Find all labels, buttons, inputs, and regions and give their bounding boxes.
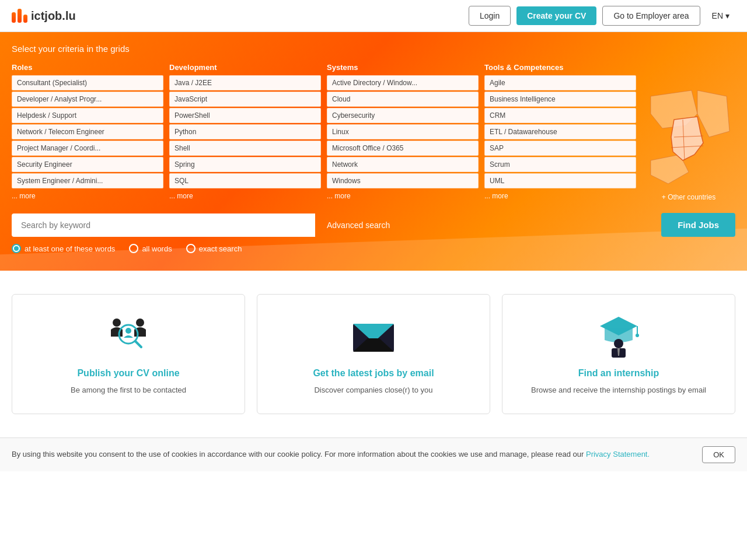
grid-item[interactable]: UML [484,173,636,188]
grid-item[interactable]: Java / J2EE [169,75,321,90]
tools-more[interactable]: ... more [484,191,636,201]
email-title: Get the latest jobs by email [313,368,434,379]
search-input[interactable] [12,214,315,237]
grid-item[interactable]: JavaScript [169,92,321,107]
email-card[interactable]: Get the latest jobs by email Discover co… [257,294,490,414]
grid-item[interactable]: Microsoft Office / O365 [327,141,479,156]
grid-item[interactable]: Agile [484,75,636,90]
privacy-statement-link[interactable]: Privacy Statement. [586,450,650,459]
internship-card[interactable]: Find an internship Browse and receive th… [502,294,735,414]
cookie-text: By using this website you consent to the… [12,449,690,460]
cookie-banner: By using this website you consent to the… [0,438,747,471]
language-selector[interactable]: EN ▾ [706,8,735,24]
other-countries-label[interactable]: + Other countries [662,193,715,201]
radio-exact-search-label: exact search [199,244,242,253]
hero-section: Select your criteria in the grids Roles … [0,32,747,271]
radio-all-words-label: all words [142,244,172,253]
roles-more[interactable]: ... more [12,191,163,201]
internship-icon [595,312,642,359]
hero-title: Select your criteria in the grids [12,44,735,54]
svg-point-3 [113,318,121,327]
logo[interactable]: ictjob.lu [12,9,469,23]
grid-item[interactable]: PowerShell [169,108,321,123]
logo-bar-1 [12,12,16,23]
grid-item[interactable]: Linux [327,124,479,139]
grid-item[interactable]: Scrum [484,157,636,172]
svg-line-7 [135,341,141,347]
grid-item[interactable]: System Engineer / Admini... [12,173,163,188]
systems-more[interactable]: ... more [327,191,479,201]
logo-icon [12,9,27,23]
roles-column: Roles Consultant (Specialist)Developer /… [12,63,163,201]
systems-header: Systems [327,63,479,72]
systems-column: Systems Active Directory / Window...Clou… [327,63,479,201]
publish-cv-title: Publish your CV online [77,368,179,379]
grid-item[interactable]: Active Directory / Window... [327,75,479,90]
logo-bar-2 [18,9,22,23]
search-options: at least one of these words all words ex… [12,244,735,253]
cookie-message: By using this website you consent to the… [12,450,586,459]
grid-item[interactable]: Project Manager / Coordi... [12,141,163,156]
roles-items: Consultant (Specialist)Developer / Analy… [12,75,163,188]
tools-items: AgileBusiness IntelligenceCRMETL / Dataw… [484,75,636,188]
development-column: Development Java / J2EEJavaScriptPowerSh… [169,63,321,201]
header-actions: Login Create your CV Go to Employer area… [469,6,735,26]
luxembourg-map [645,85,732,190]
grid-item[interactable]: CRM [484,108,636,123]
grid-item[interactable]: Cloud [327,92,479,107]
radio-exact-search[interactable]: exact search [186,244,242,253]
internship-title: Find an internship [578,368,659,379]
logo-bar-3 [23,15,27,23]
svg-point-16 [636,334,639,337]
grid-item[interactable]: Cybersecurity [327,108,479,123]
login-button[interactable]: Login [469,6,511,26]
publish-cv-card[interactable]: Publish your CV online Be among the firs… [12,294,245,414]
radio-at-least-one-label: at least one of these words [25,244,115,253]
cards-section: Publish your CV online Be among the firs… [0,271,747,438]
logo-text: ictjob.lu [31,9,76,23]
search-bar: Advanced search Find Jobs [12,213,735,237]
grid-item[interactable]: Business Intelligence [484,92,636,107]
grid-item[interactable]: Developer / Analyst Progr... [12,92,163,107]
email-icon [350,312,397,359]
roles-header: Roles [12,63,163,72]
employer-button[interactable]: Go to Employer area [602,6,700,26]
chevron-down-icon: ▾ [725,11,729,20]
create-cv-button[interactable]: Create your CV [516,6,596,25]
svg-point-6 [125,328,131,334]
tools-column: Tools & Competences AgileBusiness Intell… [484,63,636,201]
radio-all-words-circle [129,244,138,253]
grid-item[interactable]: Spring [169,157,321,172]
grid-item[interactable]: Helpdesk / Support [12,108,163,123]
grid-item[interactable]: ETL / Datawarehouse [484,124,636,139]
find-jobs-button[interactable]: Find Jobs [661,213,735,237]
radio-at-least-one[interactable]: at least one of these words [12,244,115,253]
publish-cv-desc: Be among the first to be contacted [71,384,186,396]
internship-desc: Browse and receive the internship postin… [531,384,706,396]
development-more[interactable]: ... more [169,191,321,201]
grid-item[interactable]: Windows [327,173,479,188]
grid-item[interactable]: SAP [484,141,636,156]
map-container[interactable] [645,85,732,190]
grid-item[interactable]: Shell [169,141,321,156]
map-column: + Other countries [642,63,735,201]
cv-icon [105,312,152,359]
grid-item[interactable]: Security Engineer [12,157,163,172]
radio-at-least-one-circle [12,244,21,253]
criteria-grids: Roles Consultant (Specialist)Developer /… [12,63,735,201]
grid-item[interactable]: Python [169,124,321,139]
svg-point-4 [136,318,144,327]
radio-all-words[interactable]: all words [129,244,172,253]
grid-item[interactable]: SQL [169,173,321,188]
grid-item[interactable]: Network [327,157,479,172]
svg-point-12 [614,339,623,348]
cookie-ok-button[interactable]: OK [702,446,735,463]
language-label: EN [712,11,723,20]
grid-item[interactable]: Network / Telecom Engineer [12,124,163,139]
systems-items: Active Directory / Window...CloudCyberse… [327,75,479,188]
advanced-search-link[interactable]: Advanced search [315,214,402,237]
radio-exact-search-circle [186,244,196,253]
development-header: Development [169,63,321,72]
grid-item[interactable]: Consultant (Specialist) [12,75,163,90]
header: ictjob.lu Login Create your CV Go to Emp… [0,0,747,32]
